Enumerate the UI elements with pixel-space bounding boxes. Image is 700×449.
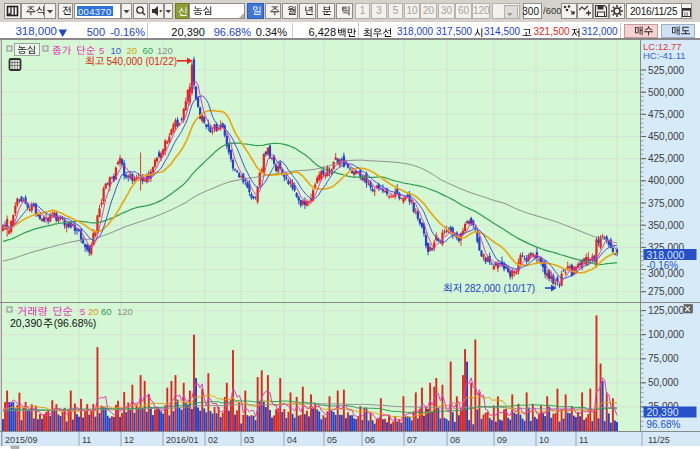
svg-text:318,000: 318,000 bbox=[647, 249, 685, 261]
svg-text:07: 07 bbox=[407, 435, 417, 445]
svg-text:(96.68%): (96.68%) bbox=[54, 317, 97, 329]
svg-text:275,000: 275,000 bbox=[648, 286, 685, 297]
svg-text:06: 06 bbox=[365, 435, 375, 445]
svg-text:60: 60 bbox=[101, 306, 112, 317]
svg-text:475,000: 475,000 bbox=[648, 109, 685, 120]
svg-text:120: 120 bbox=[117, 306, 133, 317]
svg-text:2015/09: 2015/09 bbox=[5, 435, 38, 445]
svg-text:11/25: 11/25 bbox=[648, 435, 670, 445]
svg-text:5: 5 bbox=[99, 45, 104, 56]
svg-text:HC:-41.11: HC:-41.11 bbox=[643, 50, 686, 61]
svg-text:525,000: 525,000 bbox=[648, 65, 685, 76]
svg-text:282,000 (10/17): 282,000 (10/17) bbox=[464, 283, 535, 294]
svg-text:450,000: 450,000 bbox=[648, 131, 685, 142]
svg-text:2016/01: 2016/01 bbox=[166, 435, 199, 445]
svg-text:11: 11 bbox=[82, 435, 91, 445]
svg-text:11: 11 bbox=[579, 435, 588, 445]
svg-text:5: 5 bbox=[80, 306, 85, 317]
svg-text:350,000: 350,000 bbox=[648, 220, 685, 231]
svg-text:120: 120 bbox=[157, 45, 173, 56]
svg-text:500,000: 500,000 bbox=[648, 87, 685, 98]
svg-text:50,000: 50,000 bbox=[648, 377, 679, 388]
svg-text:400,000: 400,000 bbox=[648, 175, 685, 186]
svg-text:75,000: 75,000 bbox=[648, 353, 679, 364]
svg-text:20: 20 bbox=[88, 306, 99, 317]
svg-text:540,000 (01/22): 540,000 (01/22) bbox=[106, 56, 177, 67]
svg-text:20: 20 bbox=[127, 45, 138, 56]
svg-text:20,390: 20,390 bbox=[10, 317, 42, 329]
svg-text:100,000: 100,000 bbox=[648, 329, 685, 340]
svg-text:125,000: 125,000 bbox=[648, 305, 685, 316]
svg-text:05: 05 bbox=[327, 435, 337, 445]
svg-text:96.68%: 96.68% bbox=[647, 419, 681, 430]
svg-text:09: 09 bbox=[497, 435, 507, 445]
svg-text:10: 10 bbox=[539, 435, 549, 445]
svg-text:04: 04 bbox=[287, 435, 297, 445]
svg-text:20,390: 20,390 bbox=[647, 406, 679, 418]
svg-text:60: 60 bbox=[143, 45, 154, 56]
svg-text:10: 10 bbox=[111, 45, 122, 56]
svg-text:12: 12 bbox=[124, 435, 134, 445]
svg-text:08: 08 bbox=[450, 435, 460, 445]
svg-text:425,000: 425,000 bbox=[648, 153, 685, 164]
svg-text:03: 03 bbox=[244, 435, 254, 445]
svg-text:-0.16%: -0.16% bbox=[647, 260, 679, 271]
svg-text:375,000: 375,000 bbox=[648, 198, 685, 209]
svg-text:02: 02 bbox=[208, 435, 218, 445]
